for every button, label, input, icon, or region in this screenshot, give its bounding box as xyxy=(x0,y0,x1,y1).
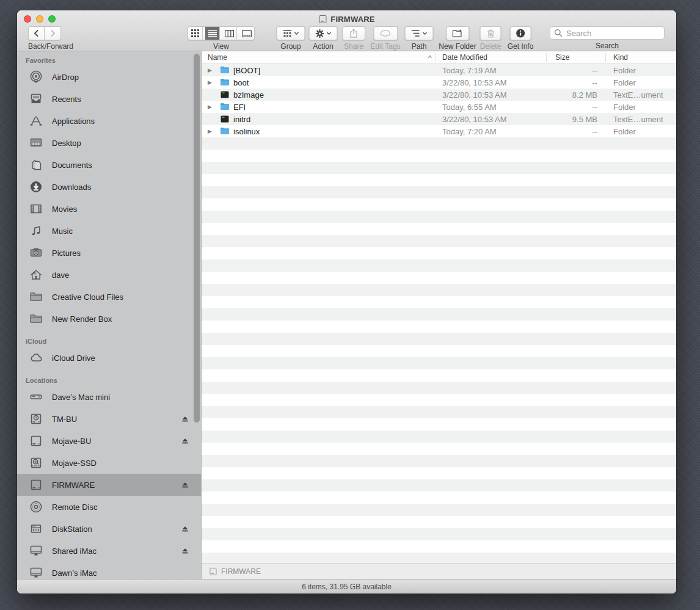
group-group: Group xyxy=(277,26,305,51)
icon-view-button[interactable] xyxy=(188,27,203,40)
delete-button[interactable] xyxy=(480,26,501,40)
path-bar-volume[interactable]: FIRMWARE xyxy=(221,567,261,576)
disclosure-triangle-icon[interactable]: ▶ xyxy=(208,79,214,85)
get-info-button[interactable] xyxy=(509,26,531,40)
sidebar-item-pictures[interactable]: Pictures xyxy=(17,242,201,264)
desktop-icon xyxy=(28,135,44,151)
tag-icon xyxy=(381,30,391,37)
sidebar-item-mojave-bu[interactable]: Mojave-BU xyxy=(17,430,201,452)
column-header-size[interactable]: Size xyxy=(547,53,606,62)
disclosure-triangle-icon[interactable]: ▶ xyxy=(208,67,214,73)
chevron-down-icon xyxy=(294,32,299,35)
eject-icon[interactable] xyxy=(181,547,189,554)
column-header-kind[interactable]: Kind xyxy=(606,53,676,62)
group-label: Group xyxy=(280,42,301,51)
gallery-view-button[interactable] xyxy=(239,27,254,40)
path-list-icon xyxy=(411,30,420,37)
imac-icon xyxy=(28,543,44,559)
chevron-down-icon xyxy=(422,32,427,35)
sidebar-item-recents[interactable]: Recents xyxy=(17,88,201,110)
status-text: 6 items, 31.95 GB available xyxy=(302,583,392,591)
new-folder-button[interactable] xyxy=(446,26,469,40)
eject-icon[interactable] xyxy=(181,481,189,488)
share-group: Share xyxy=(342,26,365,51)
disclosure-triangle-icon[interactable]: ▶ xyxy=(208,104,214,110)
sidebar-item-icloud-drive[interactable]: iCloud Drive xyxy=(17,347,201,369)
file-row-initrd[interactable]: ▶ initrd 3/22/80, 10:53 AM 9.5 MB TextE…… xyxy=(202,113,676,125)
file-row-boot[interactable]: ▶ boot 3/22/80, 10:53 AM -- Folder xyxy=(202,76,676,89)
sidebar-section-title: iCloud xyxy=(17,336,201,347)
file-row-bzimage[interactable]: ▶ bzImage 3/22/80, 10:53 AM 8.2 MB TextE… xyxy=(202,89,676,101)
disclosure-triangle-icon[interactable]: ▶ xyxy=(208,128,214,134)
sidebar-item-tm-bu[interactable]: TM-BU xyxy=(17,408,201,430)
file-row-isolinux[interactable]: ▶ isolinux Today, 7:20 AM -- Folder xyxy=(202,125,676,137)
chevron-down-icon xyxy=(326,32,331,35)
gear-icon xyxy=(315,29,324,38)
sidebar-section-locations: Locations Dave’s Mac mini TM-BU Mojave-B… xyxy=(17,375,201,579)
disc-icon xyxy=(28,499,44,515)
eject-icon[interactable] xyxy=(181,437,189,445)
list-view-button[interactable] xyxy=(205,27,220,40)
folder-icon xyxy=(220,78,230,87)
sidebar: Favorites AirDrop Recents Applications D… xyxy=(17,51,202,579)
cloud-icon xyxy=(28,350,44,366)
sidebar-item-dave[interactable]: dave xyxy=(17,264,201,286)
column-view-icon xyxy=(225,30,234,37)
sidebar-item-documents[interactable]: Documents xyxy=(17,154,201,176)
extdrive-icon xyxy=(28,477,44,493)
music-icon xyxy=(28,223,44,239)
back-button[interactable] xyxy=(28,26,45,40)
main-area: Favorites AirDrop Recents Applications D… xyxy=(17,51,676,579)
edit-tags-button[interactable] xyxy=(373,26,398,40)
trash-icon xyxy=(487,29,494,38)
sidebar-item-dave-s-mac-mini[interactable]: Dave’s Mac mini xyxy=(17,386,201,408)
eject-icon[interactable] xyxy=(181,525,189,532)
sidebar-scrollbar-thumb[interactable] xyxy=(194,54,200,423)
action-button[interactable] xyxy=(309,26,338,40)
sidebar-item-remote-disc[interactable]: Remote Disc xyxy=(17,496,201,518)
delete-label: Delete xyxy=(480,42,501,51)
share-icon xyxy=(350,29,357,38)
sidebar-item-new-render-box[interactable]: New Render Box xyxy=(17,308,201,330)
executable-icon xyxy=(220,114,230,124)
sidebar-item-mojave-ssd[interactable]: Mojave-SSD xyxy=(17,452,201,474)
search-input[interactable] xyxy=(550,26,665,40)
sidebar-section-favorites: Favorites AirDrop Recents Applications D… xyxy=(17,55,201,330)
column-view-button[interactable] xyxy=(222,27,237,40)
sidebar-item-firmware[interactable]: FIRMWARE xyxy=(17,474,201,496)
get-info-label: Get Info xyxy=(508,42,534,51)
eject-icon[interactable] xyxy=(181,415,189,423)
airdrop-icon xyxy=(28,69,44,85)
folder-icon xyxy=(28,289,44,305)
group-button[interactable] xyxy=(277,26,305,40)
column-header-name[interactable]: Name ^ xyxy=(202,53,436,62)
sidebar-item-diskstation[interactable]: DiskStation xyxy=(17,518,201,540)
file-row-boot[interactable]: ▶ [BOOT] Today, 7:19 AM -- Folder xyxy=(202,64,676,76)
sidebar-section-icloud: iCloud iCloud Drive xyxy=(17,336,201,369)
sidebar-item-downloads[interactable]: Downloads xyxy=(17,176,201,198)
sidebar-item-dawn-s-imac[interactable]: Dawn’s iMac xyxy=(17,562,201,579)
forward-button[interactable] xyxy=(45,26,61,40)
sidebar-item-desktop[interactable]: Desktop xyxy=(17,132,201,154)
folder-icon xyxy=(220,126,230,136)
path-button[interactable] xyxy=(405,26,434,40)
volume-disk-icon xyxy=(318,15,327,24)
back-forward-group: Back/Forward xyxy=(28,26,73,51)
finder-window: FIRMWARE Back/Forward View xyxy=(17,10,676,594)
column-header-date-modified[interactable]: Date Modified xyxy=(436,53,547,62)
sidebar-item-applications[interactable]: Applications xyxy=(17,110,201,132)
sidebar-item-shared-imac[interactable]: Shared iMac xyxy=(17,540,201,562)
share-button[interactable] xyxy=(342,26,365,40)
sidebar-item-airdrop[interactable]: AirDrop xyxy=(17,66,201,88)
share-label: Share xyxy=(344,42,363,51)
list-view-icon xyxy=(208,30,217,37)
info-icon xyxy=(516,29,525,38)
chevron-left-icon xyxy=(34,29,39,37)
window-title-text: FIRMWARE xyxy=(330,15,374,24)
file-row-efi[interactable]: ▶ EFI Today, 6:55 AM -- Folder xyxy=(202,101,676,113)
sidebar-item-movies[interactable]: Movies xyxy=(17,198,201,220)
sidebar-item-creative-cloud-files[interactable]: Creative Cloud Files xyxy=(17,286,201,308)
sidebar-item-music[interactable]: Music xyxy=(17,220,201,242)
list-header: Name ^ Date Modified Size Kind xyxy=(202,51,676,64)
path-bar: FIRMWARE xyxy=(202,563,676,579)
